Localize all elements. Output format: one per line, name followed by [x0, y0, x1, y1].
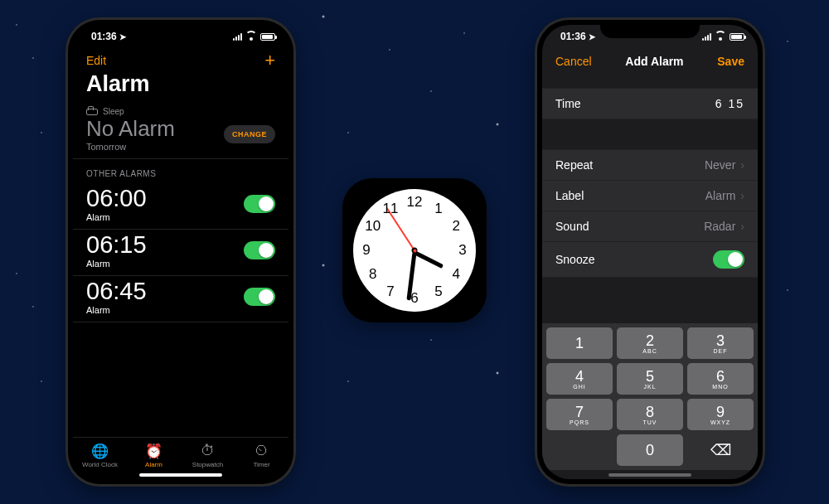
alarm-label: Alarm	[86, 305, 147, 315]
tab-label: Alarm	[145, 461, 162, 468]
tab-world-clock[interactable]: 🌐World Clock	[73, 443, 127, 468]
no-alarm-sub: Tomorrow	[86, 142, 175, 152]
home-indicator[interactable]	[139, 473, 222, 477]
clock-app-icon: 121234567891011	[342, 178, 487, 322]
tab-timer[interactable]: ⏲Timer	[235, 443, 288, 468]
clock-number: 3	[458, 242, 466, 259]
clock-number: 12	[407, 194, 423, 211]
chevron-right-icon: ›	[740, 189, 744, 202]
keypad-0[interactable]: 0	[617, 434, 683, 466]
label-value: Alarm	[705, 189, 736, 202]
keypad-5[interactable]: 5JKL	[617, 363, 683, 395]
keypad-8[interactable]: 8TUV	[617, 399, 683, 430]
tab-label: Timer	[253, 461, 269, 468]
clock-face: 121234567891011	[353, 189, 476, 312]
snooze-label: Snooze	[555, 253, 594, 266]
time-value: 6 15	[715, 97, 744, 110]
repeat-cell[interactable]: Repeat Never›	[542, 149, 758, 181]
clock-number: 6	[410, 290, 418, 307]
bed-icon	[86, 109, 98, 115]
other-alarms-header: OTHER ALARMS	[73, 159, 288, 183]
clock-number: 10	[365, 218, 381, 235]
keypad-9[interactable]: 9WXYZ	[687, 399, 754, 430]
location-icon: ➤	[589, 32, 595, 41]
alarm-row[interactable]: 06:00Alarm	[73, 183, 288, 230]
repeat-value: Never	[705, 158, 735, 172]
chevron-right-icon: ›	[740, 158, 744, 172]
time-cell[interactable]: Time 6 15	[542, 88, 758, 119]
alarm-time: 06:45	[86, 278, 147, 305]
clock-pin	[412, 248, 418, 254]
keypad-2[interactable]: 2ABC	[617, 327, 683, 359]
status-time: 01:36	[91, 31, 117, 42]
tab-stopwatch[interactable]: ⏱Stopwatch	[181, 443, 235, 468]
sleep-section-label: Sleep	[103, 107, 124, 116]
tab-alarm[interactable]: ⏰Alarm	[127, 443, 181, 468]
snooze-toggle[interactable]	[713, 250, 744, 269]
keypad-delete[interactable]: ⌫	[687, 434, 754, 466]
add-alarm-button[interactable]: +	[264, 51, 275, 70]
tab-label: Stopwatch	[192, 461, 223, 468]
snooze-cell: Snooze	[542, 242, 758, 278]
phone-add-alarm: 01:36 ➤ Cancel Add Alarm Save Time 6 15	[537, 20, 763, 484]
alarm-row[interactable]: 06:45Alarm	[73, 276, 288, 322]
notch	[131, 20, 230, 38]
cancel-button[interactable]: Cancel	[555, 55, 592, 68]
wifi-icon	[715, 32, 726, 41]
alarm-toggle[interactable]	[244, 288, 275, 306]
battery-icon	[260, 33, 275, 41]
hour-hand	[414, 250, 444, 269]
notch	[600, 20, 700, 38]
keypad-4[interactable]: 4GHI	[546, 363, 613, 395]
page-title: Alarm	[73, 70, 288, 104]
alarm-row[interactable]: 06:15Alarm	[73, 230, 288, 276]
globe-icon: 🌐	[91, 443, 109, 459]
alarm-toggle[interactable]	[244, 195, 275, 213]
save-button[interactable]: Save	[717, 55, 744, 68]
label-label: Label	[555, 189, 584, 202]
label-cell[interactable]: Label Alarm›	[542, 181, 758, 211]
signal-icon	[233, 33, 242, 41]
sound-value: Radar	[704, 220, 735, 233]
alarm-time: 06:15	[86, 231, 147, 259]
clock-number: 8	[369, 266, 376, 283]
keypad-3[interactable]: 3DEF	[687, 327, 754, 359]
location-icon: ➤	[119, 32, 126, 41]
alarm-toggle[interactable]	[244, 241, 275, 259]
clock-number: 2	[452, 218, 459, 235]
keypad-1[interactable]: 1	[546, 327, 613, 359]
numeric-keypad: 12ABC3DEF4GHI5JKL6MNO7PQRS8TUV9WXYZ0⌫	[542, 323, 758, 470]
no-alarm-text: No Alarm	[86, 116, 175, 142]
repeat-label: Repeat	[555, 158, 593, 172]
clock-number: 11	[383, 201, 399, 217]
edit-button[interactable]: Edit	[86, 54, 106, 67]
alarm-icon: ⏰	[145, 443, 163, 459]
home-indicator[interactable]	[608, 473, 691, 477]
stopwatch-icon: ⏱	[199, 443, 217, 459]
alarm-label: Alarm	[86, 259, 147, 269]
time-label: Time	[555, 97, 581, 110]
status-time: 01:36	[560, 31, 586, 42]
wifi-icon	[245, 32, 257, 41]
clock-number: 1	[434, 201, 442, 217]
alarm-time: 06:00	[86, 185, 147, 212]
sound-label: Sound	[555, 220, 589, 233]
signal-icon	[702, 33, 711, 41]
keypad-6[interactable]: 6MNO	[687, 363, 754, 395]
sound-cell[interactable]: Sound Radar›	[542, 211, 758, 242]
battery-icon	[730, 33, 744, 41]
clock-number: 7	[386, 284, 394, 300]
clock-number: 4	[452, 266, 459, 283]
clock-number: 5	[434, 284, 442, 300]
tab-label: World Clock	[82, 461, 118, 468]
chevron-right-icon: ›	[740, 220, 744, 233]
timer-icon: ⏲	[253, 443, 271, 459]
modal-title: Add Alarm	[625, 55, 683, 68]
alarm-label: Alarm	[86, 212, 147, 222]
clock-number: 9	[362, 242, 370, 259]
phone-alarm-list: 01:36 ➤ Edit + Alarm Sleep No Alarm Tom	[68, 20, 293, 484]
keypad-7[interactable]: 7PQRS	[546, 399, 613, 430]
change-button[interactable]: CHANGE	[224, 125, 275, 143]
keypad-blank	[546, 434, 613, 466]
